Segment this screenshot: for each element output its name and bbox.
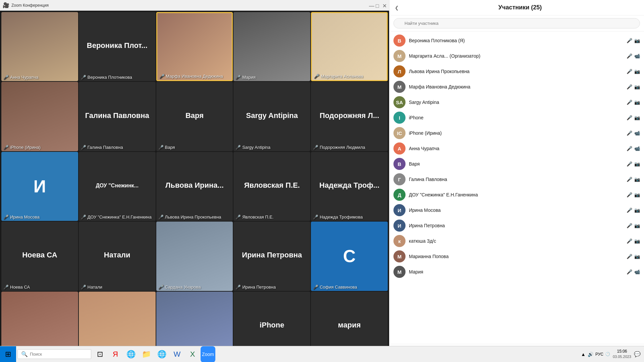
video-tile-irina-petrovna[interactable]: Ирина Петровна 🎤 Ирина Петровна (233, 222, 310, 291)
cam-icon: 📷 (634, 38, 640, 43)
taskbar-excel[interactable]: X (185, 346, 200, 362)
taskbar-zoom[interactable]: Zoom (201, 346, 215, 362)
start-button[interactable]: ⊞ (0, 346, 16, 362)
taskbar-word[interactable]: W (170, 346, 184, 362)
tile-center-varya: Варя (185, 111, 204, 120)
participant-name: iPhone (409, 115, 623, 120)
tile-label-anna: 🎤 Анна Чурапча (3, 75, 38, 80)
video-tile-yavlovskaya[interactable]: Явловская П.Е. 🎤 Явловская П.Е. (233, 152, 310, 221)
notification-icon: 💬 (634, 351, 641, 357)
tile-label-noeva: 🎤 Ноева СА (3, 285, 30, 290)
video-tile-sofia[interactable]: С 🎤 София Саввинова (311, 222, 388, 291)
participant-item[interactable]: М Марфа Ивановна Дедюкина 🎤 📷 (389, 79, 644, 95)
mic-icon: 🎤 (627, 161, 632, 167)
search-container: 🔍 (389, 15, 644, 32)
taskbar-yandex[interactable]: Я (108, 346, 123, 362)
video-tile-sargy[interactable]: Sargy Antipina 🎤 Sargy Antipina (233, 82, 310, 151)
participant-item[interactable]: Г Галина Павловна 🎤 📷 (389, 172, 644, 187)
taskbar-search-input[interactable] (30, 352, 88, 357)
taskbar-search-icon: 🔍 (21, 351, 28, 357)
participant-avatar: IC (393, 127, 406, 139)
tile-label-irina-petrovna: 🎤 Ирина Петровна (235, 285, 276, 290)
participant-controls: 🎤 📷 (627, 100, 640, 105)
mic-icon: 🎤 (627, 130, 632, 136)
participant-avatar: В (393, 158, 406, 170)
video-tile-noeva[interactable]: Ноева СА 🎤 Ноева СА (1, 222, 78, 291)
participant-avatar: Г (393, 173, 406, 185)
tile-label-natali: 🎤 Натали (81, 285, 102, 290)
participant-item[interactable]: М Мария 🎤 📹 (389, 264, 644, 280)
video-tile-nadezhda[interactable]: Надежда Троф... 🎤 Надежда Трофимова (311, 152, 388, 221)
participant-controls: 🎤 📷 (627, 84, 640, 89)
video-tile-marfa[interactable]: 🎤 Марфа Ивановна Дедюкина (156, 12, 233, 81)
maximize-button[interactable]: □ (376, 3, 380, 7)
cam-icon: 📷 (634, 100, 640, 105)
participant-avatar: М (393, 250, 406, 262)
tile-label-margarita: 🎤 Маргарита Асланова (314, 74, 363, 79)
tile-label-dou: 🎤 ДОУ "Снежинка" Е.Н.Ганенкина (81, 215, 152, 220)
tile-label-nadezhda: 🎤 Надежда Трофимова (313, 215, 363, 220)
tile-label-veronika: 🎤 Вероника Плотникова (81, 75, 132, 80)
video-tile-veronika[interactable]: Вероника Плот... 🎤 Вероника Плотникова (79, 12, 156, 81)
video-tile-dou[interactable]: ДОУ "Снежинк... 🎤 ДОУ "Снежинка" Е.Н.Ган… (79, 152, 156, 221)
cam-icon: 📷 (634, 223, 640, 228)
tile-center-yavlovskaya: Явловская П.Е. (244, 181, 300, 190)
participant-name: Марианна Попова (409, 254, 623, 259)
participant-item[interactable]: В Варя 🎤 📷 (389, 156, 644, 172)
cam-icon: 📷 (634, 207, 640, 213)
taskbar-browser2[interactable]: 🌐 (154, 346, 169, 362)
taskbar-edge[interactable]: 🌐 (123, 346, 138, 362)
video-tile-margarita[interactable]: 🎤 Маргарита Асланова (311, 12, 388, 81)
taskbar: ⊞ 🔍 ⊡ Я 🌐 📁 🌐 W X Zoom ▲ 🔊 РУС 🕒 15:06 0… (0, 346, 644, 362)
participant-item[interactable]: Д ДОУ "Снежинка" Е.Н.Ганенкина 🎤 📷 (389, 187, 644, 202)
video-tile-podorozhnaya[interactable]: Подорожняя Л... 🎤 Подорожняя Людмила (311, 82, 388, 151)
participant-item[interactable]: И Ирина Мосова 🎤 📷 (389, 202, 644, 218)
video-tile-natali[interactable]: Натали 🎤 Натали (79, 222, 156, 291)
participant-item[interactable]: М Марианна Попова 🎤 📷 (389, 249, 644, 264)
participant-avatar: М (393, 266, 406, 278)
participant-name: Вероника Плотникова (Я) (409, 38, 623, 43)
tile-label-lvova: 🎤 Львова Ирина Прокопьевна (158, 215, 221, 220)
taskbar-multitasking[interactable]: ⊡ (93, 346, 107, 362)
cam-icon: 📹 (634, 269, 640, 275)
participant-item[interactable]: И Ирина Петровна 🎤 📷 (389, 218, 644, 233)
cam-icon: 📷 (634, 254, 640, 259)
video-tile-lvova[interactable]: Львова Ирина... 🎤 Львова Ирина Прокопьев… (156, 152, 233, 221)
mic-icon: 🎤 (627, 269, 632, 275)
tile-label-sardana: 🎤 Сардана Унарова (158, 285, 201, 290)
taskbar-search[interactable]: 🔍 (17, 349, 91, 359)
participant-item[interactable]: Л Львова Ирина Прокопьевна 🎤 📷 (389, 64, 644, 79)
minimize-button[interactable]: — (369, 3, 373, 7)
mic-icon: 🎤 (627, 146, 632, 151)
participant-avatar: I (393, 112, 406, 124)
search-input[interactable] (393, 18, 640, 28)
cam-icon: 📷 (634, 192, 640, 197)
cam-icon: 📹 (634, 130, 640, 136)
participant-item[interactable]: SA Sargy Antipina 🎤 📷 (389, 95, 644, 110)
mic-icon: 🎤 (627, 192, 632, 197)
participant-item[interactable]: А Анна Чурапча 🎤 📹 (389, 141, 644, 156)
video-tile-galina[interactable]: Галина Павловна 🎤 Галина Павловна (79, 82, 156, 151)
participant-name: ДОУ "Снежинка" Е.Н.Ганенкина (409, 192, 623, 197)
participant-item[interactable]: М Маргарита Асла... (Организатор) 🎤 📹 (389, 48, 644, 64)
video-tile-anna[interactable]: 🎤 Анна Чурапча (1, 12, 78, 81)
tile-label-yavlovskaya: 🎤 Явловская П.Е. (235, 215, 273, 220)
participant-item[interactable]: к катюша Зд/с 🎤 📷 (389, 233, 644, 249)
video-tile-varya[interactable]: Варя 🎤 Варя (156, 82, 233, 151)
taskbar-explorer[interactable]: 📁 (139, 346, 154, 362)
participant-avatar: И (393, 204, 406, 216)
video-tile-irina-mosova[interactable]: И 🎤 Ирина Мосова (1, 152, 78, 221)
video-tile-maria1[interactable]: 🎤 Мария (233, 12, 310, 81)
participant-item[interactable]: В Вероника Плотникова (Я) 🎤 📷 (389, 33, 644, 48)
participant-controls: 🎤 📹 (627, 146, 640, 151)
participant-name: Ирина Петровна (409, 223, 623, 228)
titlebar-title: Zoom Конференция (11, 3, 369, 8)
panel-collapse-button[interactable]: ❮ (395, 5, 399, 10)
close-button[interactable]: ✕ (382, 3, 386, 7)
participant-item[interactable]: I iPhone 🎤 📷 (389, 110, 644, 125)
participant-item[interactable]: IC iPhone (Ирина) 🎤 📹 (389, 125, 644, 141)
mic-icon: 🎤 (627, 238, 632, 244)
video-tile-sardana[interactable]: 🎤 Сардана Унарова (156, 222, 233, 291)
video-tile-iphone-irina[interactable]: 🎤 iPhone (Ирина) (1, 82, 78, 151)
tile-center-maria2: мария (338, 321, 361, 329)
